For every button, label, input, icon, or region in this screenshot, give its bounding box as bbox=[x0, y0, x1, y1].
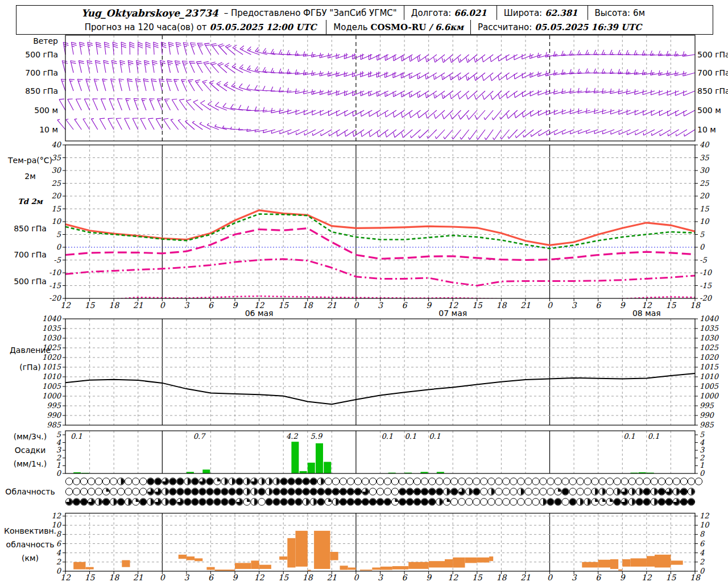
svg-text:9: 9 bbox=[620, 573, 626, 582]
svg-text:40: 40 bbox=[51, 140, 61, 149]
svg-text:1035: 1035 bbox=[42, 324, 61, 332]
svg-text:2: 2 bbox=[56, 558, 61, 566]
svg-text:995: 995 bbox=[47, 401, 61, 410]
svg-text:-10: -10 bbox=[49, 268, 62, 277]
svg-text:12: 12 bbox=[700, 512, 709, 520]
svg-text:0.1: 0.1 bbox=[405, 432, 417, 440]
svg-text:10: 10 bbox=[51, 217, 61, 226]
svg-text:10: 10 bbox=[700, 217, 710, 226]
svg-text:21: 21 bbox=[133, 573, 143, 582]
svg-text:4: 4 bbox=[700, 548, 705, 557]
svg-text:0: 0 bbox=[56, 243, 62, 251]
svg-text:6: 6 bbox=[208, 301, 214, 310]
svg-text:8: 8 bbox=[56, 530, 62, 538]
svg-text:15: 15 bbox=[51, 205, 61, 213]
svg-text:0.1: 0.1 bbox=[71, 432, 82, 440]
svg-text:1015: 1015 bbox=[700, 363, 719, 371]
svg-text:20: 20 bbox=[700, 192, 710, 200]
svg-text:1025: 1025 bbox=[42, 343, 61, 352]
svg-text:9: 9 bbox=[233, 301, 238, 310]
svg-text:0.7: 0.7 bbox=[193, 432, 206, 440]
svg-text:18: 18 bbox=[109, 573, 119, 582]
meteogram-page: { "header": { "station": "Yug_Oktyabrsko… bbox=[0, 0, 728, 582]
svg-text:15: 15 bbox=[278, 301, 289, 310]
meteogram-canvas: 0.10.74.25.90.10.10.10.10.14040353530302… bbox=[0, 0, 728, 582]
svg-text:1035: 1035 bbox=[700, 324, 719, 332]
wind-barbs bbox=[57, 42, 695, 140]
svg-text:0: 0 bbox=[547, 573, 553, 582]
svg-text:1020: 1020 bbox=[700, 353, 719, 361]
svg-text:0.1: 0.1 bbox=[648, 432, 660, 440]
svg-text:-15: -15 bbox=[49, 281, 61, 290]
svg-text:0: 0 bbox=[700, 243, 705, 251]
svg-text:0: 0 bbox=[700, 567, 705, 575]
svg-text:12: 12 bbox=[448, 573, 458, 582]
svg-text:3: 3 bbox=[184, 301, 189, 310]
svg-text:18: 18 bbox=[690, 301, 701, 310]
svg-text:12: 12 bbox=[254, 573, 265, 582]
svg-text:4.2: 4.2 bbox=[286, 432, 298, 440]
svg-text:0: 0 bbox=[56, 469, 62, 477]
svg-text:18: 18 bbox=[303, 573, 313, 582]
svg-text:0.1: 0.1 bbox=[381, 432, 393, 440]
svg-text:1000: 1000 bbox=[42, 392, 62, 400]
convective-cloud-bars bbox=[73, 531, 683, 571]
svg-text:1030: 1030 bbox=[42, 334, 62, 342]
svg-text:0: 0 bbox=[353, 301, 359, 310]
svg-text:3: 3 bbox=[572, 301, 577, 310]
svg-text:6: 6 bbox=[402, 573, 408, 582]
svg-text:0.1: 0.1 bbox=[429, 432, 441, 440]
svg-text:995: 995 bbox=[700, 401, 714, 410]
svg-text:6: 6 bbox=[595, 301, 601, 310]
svg-text:-15: -15 bbox=[700, 281, 712, 290]
svg-text:1005: 1005 bbox=[42, 382, 61, 390]
svg-text:3: 3 bbox=[184, 573, 189, 582]
svg-text:-20: -20 bbox=[700, 294, 713, 302]
svg-text:21: 21 bbox=[326, 301, 337, 310]
svg-text:18: 18 bbox=[496, 301, 507, 310]
svg-text:0.1: 0.1 bbox=[623, 432, 635, 440]
svg-text:985: 985 bbox=[47, 421, 61, 429]
svg-text:07 мая: 07 мая bbox=[439, 309, 467, 318]
svg-text:1020: 1020 bbox=[42, 353, 62, 361]
svg-text:15: 15 bbox=[278, 573, 289, 582]
svg-text:3: 3 bbox=[572, 573, 577, 582]
svg-text:25: 25 bbox=[700, 179, 709, 188]
svg-text:-10: -10 bbox=[700, 268, 713, 277]
svg-text:2: 2 bbox=[700, 558, 705, 566]
svg-text:15: 15 bbox=[85, 573, 96, 582]
svg-text:8: 8 bbox=[700, 530, 705, 538]
svg-text:18: 18 bbox=[303, 301, 313, 310]
svg-text:20: 20 bbox=[51, 192, 61, 200]
svg-text:35: 35 bbox=[700, 153, 709, 162]
svg-text:9: 9 bbox=[233, 573, 238, 582]
svg-text:4: 4 bbox=[56, 548, 61, 557]
svg-text:06 мая: 06 мая bbox=[245, 309, 274, 318]
svg-text:18: 18 bbox=[690, 573, 701, 582]
svg-text:9: 9 bbox=[426, 301, 432, 310]
svg-text:-5: -5 bbox=[700, 256, 707, 264]
svg-text:0: 0 bbox=[353, 573, 359, 582]
svg-text:3: 3 bbox=[378, 301, 383, 310]
svg-text:1040: 1040 bbox=[700, 314, 719, 323]
svg-text:40: 40 bbox=[700, 140, 710, 149]
svg-text:6: 6 bbox=[402, 301, 408, 310]
svg-text:08 мая: 08 мая bbox=[632, 309, 661, 318]
svg-text:6: 6 bbox=[56, 539, 62, 548]
svg-text:30: 30 bbox=[700, 166, 710, 174]
svg-text:5: 5 bbox=[56, 230, 61, 239]
svg-text:9: 9 bbox=[426, 573, 432, 582]
svg-text:-5: -5 bbox=[53, 256, 61, 264]
svg-text:15: 15 bbox=[472, 301, 483, 310]
svg-text:1005: 1005 bbox=[700, 382, 719, 390]
svg-text:21: 21 bbox=[133, 301, 143, 310]
svg-text:15: 15 bbox=[666, 573, 677, 582]
svg-text:10: 10 bbox=[700, 521, 710, 529]
svg-text:15: 15 bbox=[666, 301, 677, 310]
svg-text:6: 6 bbox=[595, 573, 601, 582]
cloud-cover-symbols bbox=[65, 478, 702, 505]
svg-text:1010: 1010 bbox=[42, 372, 62, 381]
svg-text:1000: 1000 bbox=[700, 392, 719, 400]
svg-text:0: 0 bbox=[160, 573, 166, 582]
svg-text:9: 9 bbox=[620, 301, 626, 310]
